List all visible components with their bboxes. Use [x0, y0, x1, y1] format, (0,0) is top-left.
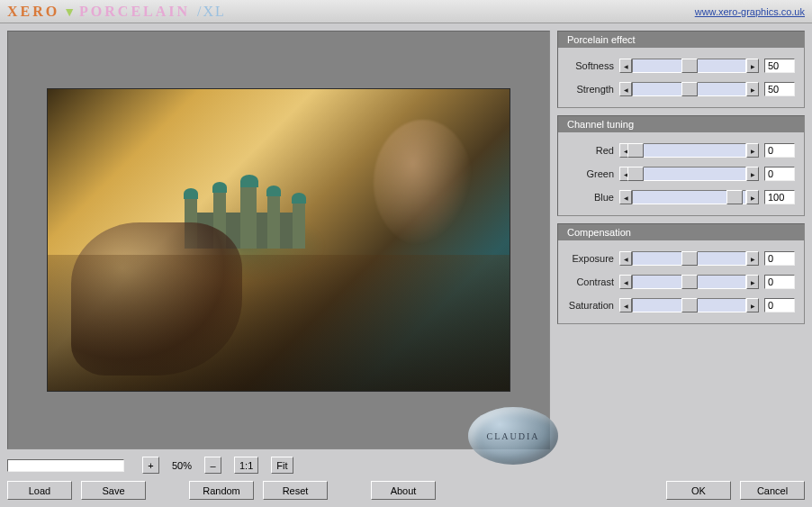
title-brand: XERO — [7, 4, 59, 20]
watermark-badge: CLAUDIA — [468, 407, 558, 465]
arrow-left-icon[interactable]: ◀ — [619, 251, 632, 266]
input-strength[interactable] — [764, 82, 795, 96]
label-blue: Blue — [564, 192, 619, 203]
slider-track[interactable] — [632, 251, 746, 266]
title-bar: XERO ▼ PORCELAIN /XL www.xero-graphics.c… — [0, 0, 812, 23]
group-header: Porcelain effect — [558, 32, 804, 48]
group-porcelain: Porcelain effect Softness ◀ ▶ Strength — [557, 31, 805, 108]
slider-contrast[interactable]: ◀ ▶ — [619, 275, 759, 289]
input-red[interactable] — [764, 143, 795, 158]
title-suffix: /XL — [197, 4, 226, 20]
slider-blue[interactable]: ◀ ▶ — [619, 190, 759, 204]
arrow-right-icon[interactable]: ▶ — [746, 190, 759, 204]
slider-thumb[interactable] — [627, 167, 644, 181]
slider-exposure[interactable]: ◀ ▶ — [619, 251, 759, 266]
zoom-value: 50% — [163, 460, 201, 471]
controls-sidebar: Porcelain effect Softness ◀ ▶ Strength — [557, 31, 805, 449]
label-softness: Softness — [564, 60, 619, 71]
group-header: Channel tuning — [558, 116, 804, 132]
input-exposure[interactable] — [764, 251, 795, 266]
preview-figure — [71, 222, 242, 376]
label-green: Green — [564, 168, 619, 179]
label-exposure: Exposure — [564, 253, 619, 264]
arrow-right-icon[interactable]: ▶ — [746, 251, 759, 266]
arrow-right-icon[interactable]: ▶ — [746, 298, 759, 312]
row-red: Red ◀ ▶ — [564, 143, 795, 158]
input-green[interactable] — [764, 167, 795, 181]
slider-thumb[interactable] — [627, 143, 644, 158]
label-saturation: Saturation — [564, 300, 619, 311]
label-contrast: Contrast — [564, 276, 619, 287]
row-exposure: Exposure ◀ ▶ — [564, 251, 795, 266]
arrow-right-icon[interactable]: ▶ — [746, 275, 759, 289]
slider-thumb[interactable] — [681, 298, 698, 312]
title-product: PORCELAIN — [79, 4, 190, 20]
bottom-bar: + 50% – 1:1 Fit Load Save Random Reset A… — [0, 453, 812, 507]
zoom-out-button[interactable]: – — [204, 457, 221, 474]
slider-saturation[interactable]: ◀ ▶ — [619, 298, 759, 312]
row-saturation: Saturation ◀ ▶ — [564, 298, 795, 312]
zoom-in-button[interactable]: + — [142, 457, 159, 474]
about-button[interactable]: About — [371, 481, 436, 500]
row-strength: Strength ◀ ▶ — [564, 82, 795, 96]
slider-track[interactable] — [632, 59, 746, 73]
input-contrast[interactable] — [764, 275, 795, 289]
arrow-left-icon[interactable]: ◀ — [619, 190, 632, 204]
title: XERO ▼ PORCELAIN /XL — [7, 4, 226, 20]
save-button[interactable]: Save — [81, 481, 146, 500]
slider-thumb[interactable] — [681, 251, 698, 266]
slider-track[interactable] — [632, 82, 746, 96]
slider-softness[interactable]: ◀ ▶ — [619, 59, 759, 73]
progress-bar — [7, 459, 124, 472]
slider-track[interactable] — [632, 190, 746, 204]
arrow-left-icon[interactable]: ◀ — [619, 275, 632, 289]
preview-face — [374, 120, 473, 246]
slider-strength[interactable]: ◀ ▶ — [619, 82, 759, 96]
arrow-right-icon[interactable]: ▶ — [746, 143, 759, 158]
input-saturation[interactable] — [764, 298, 795, 312]
group-compensation: Compensation Exposure ◀ ▶ Contrast — [557, 223, 805, 324]
reset-button[interactable]: Reset — [263, 481, 328, 500]
group-channel: Channel tuning Red ◀ ▶ Green — [557, 115, 805, 216]
row-contrast: Contrast ◀ ▶ — [564, 275, 795, 289]
arrow-right-icon[interactable]: ▶ — [746, 167, 759, 181]
arrow-right-icon[interactable]: ▶ — [746, 82, 759, 96]
preview-panel: CLAUDIA — [7, 31, 550, 449]
slider-track[interactable] — [632, 143, 746, 158]
input-blue[interactable] — [764, 190, 795, 204]
triangle-icon: ▼ — [63, 5, 76, 19]
action-buttons: Load Save Random Reset About OK Cancel — [7, 481, 805, 500]
zoom-controls: + 50% – 1:1 Fit — [7, 457, 805, 474]
slider-track[interactable] — [632, 275, 746, 289]
arrow-left-icon[interactable]: ◀ — [619, 82, 632, 96]
arrow-left-icon[interactable]: ◀ — [619, 59, 632, 73]
row-green: Green ◀ ▶ — [564, 167, 795, 181]
label-strength: Strength — [564, 84, 619, 95]
slider-thumb[interactable] — [681, 82, 698, 96]
slider-track[interactable] — [632, 167, 746, 181]
arrow-left-icon[interactable]: ◀ — [619, 298, 632, 312]
slider-green[interactable]: ◀ ▶ — [619, 167, 759, 181]
cancel-button[interactable]: Cancel — [740, 481, 805, 500]
row-softness: Softness ◀ ▶ — [564, 59, 795, 73]
slider-red[interactable]: ◀ ▶ — [619, 143, 759, 158]
load-button[interactable]: Load — [7, 481, 72, 500]
group-header: Compensation — [558, 224, 804, 240]
arrow-right-icon[interactable]: ▶ — [746, 59, 759, 73]
slider-thumb[interactable] — [681, 59, 698, 73]
vendor-link[interactable]: www.xero-graphics.co.uk — [695, 6, 805, 17]
preview-image[interactable] — [47, 88, 510, 392]
row-blue: Blue ◀ ▶ — [564, 190, 795, 204]
slider-track[interactable] — [632, 298, 746, 312]
slider-thumb[interactable] — [681, 275, 698, 289]
main-area: CLAUDIA Porcelain effect Softness ◀ ▶ — [0, 23, 812, 453]
input-softness[interactable] — [764, 59, 795, 73]
random-button[interactable]: Random — [189, 481, 254, 500]
plugin-window: XERO ▼ PORCELAIN /XL www.xero-graphics.c… — [0, 0, 812, 507]
label-red: Red — [564, 145, 619, 156]
zoom-fit-button[interactable]: Fit — [271, 457, 293, 474]
ok-button[interactable]: OK — [666, 481, 731, 500]
zoom-actual-button[interactable]: 1:1 — [234, 457, 258, 474]
slider-thumb[interactable] — [726, 190, 743, 204]
